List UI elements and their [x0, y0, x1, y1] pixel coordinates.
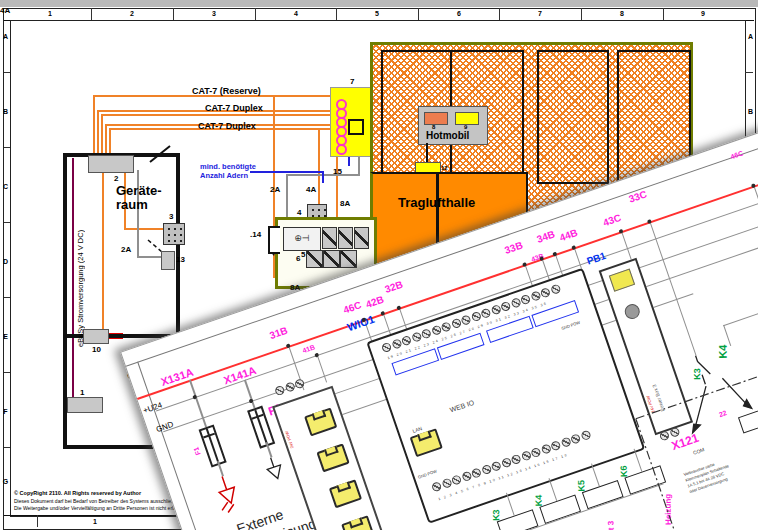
box-13	[161, 251, 175, 270]
wire-2a-room: 2A	[121, 246, 131, 254]
cat7-reserve-label: CAT-7 (Reserve)	[192, 87, 261, 96]
sensor-symbol: ⊕⊣	[283, 227, 321, 251]
num-15: 15	[333, 168, 342, 176]
traglufthalle-label: Traglufthalle	[398, 196, 475, 210]
hotmobil-unit-8	[424, 112, 448, 125]
num-4: 4	[297, 209, 301, 217]
geraeteraum-label: Geräte-raum	[116, 184, 162, 213]
hint-text: mind. benötigteAnzahl Adern	[200, 163, 256, 180]
supply-vertical-label: eBuSy Stromversorgung (24 V DC)	[76, 182, 85, 347]
num-10: 10	[92, 346, 101, 354]
num-13: 13	[176, 256, 185, 264]
hotmobil-label: Hotmobil	[426, 131, 469, 141]
num-2: 2	[114, 175, 118, 183]
cat7-duplex-label-2: CAT-7 Duplex	[198, 122, 256, 131]
num-5: 5	[301, 251, 305, 259]
num-6: 6	[296, 255, 300, 263]
wire-8a-top: 8A	[340, 200, 350, 208]
wire-4a-label: 4A	[306, 186, 316, 194]
connector-15	[348, 119, 364, 135]
connector-3	[163, 223, 185, 245]
wire-4a: 4A	[0, 7, 10, 15]
patch-box-2	[88, 155, 134, 173]
box-10	[83, 329, 109, 344]
cat7-duplex-label-1: CAT-7 Duplex	[205, 104, 263, 113]
num-14: .14	[250, 231, 261, 239]
num-3: 3	[169, 213, 173, 221]
roof-section-2	[537, 50, 609, 184]
num-1: 1	[80, 389, 84, 397]
num-7: 7	[350, 78, 354, 86]
box-1	[67, 397, 103, 413]
num-12: 12	[441, 165, 448, 171]
bracket-14	[268, 226, 280, 254]
wire-2a-mid: 2A	[270, 186, 280, 194]
